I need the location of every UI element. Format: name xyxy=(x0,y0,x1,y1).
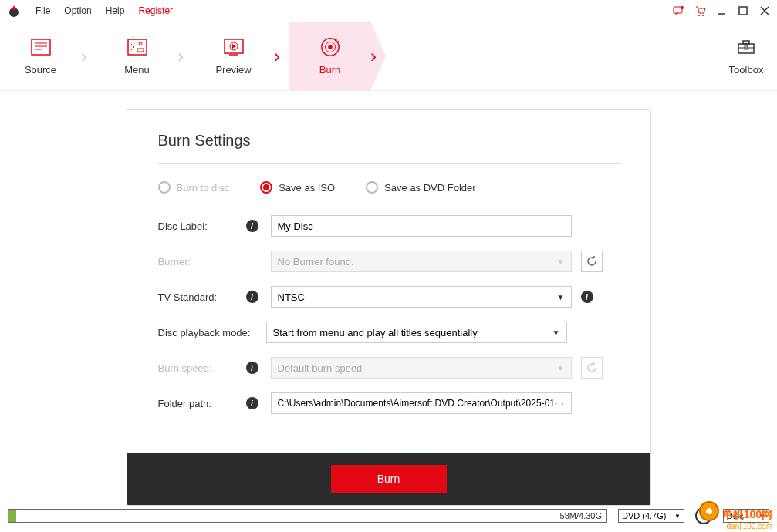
close-icon[interactable] xyxy=(758,5,771,17)
progress-fill xyxy=(8,510,16,522)
label-disc-playback: Disc playback mode: xyxy=(158,327,262,338)
info-icon[interactable]: i xyxy=(581,291,593,303)
label-burn-speed: Burn speed: xyxy=(158,362,242,374)
panel-title: Burn Settings xyxy=(158,132,620,164)
more-icon[interactable]: ··· xyxy=(554,398,564,409)
toolbox-button[interactable]: Toolbox xyxy=(715,22,777,91)
toolbox-icon xyxy=(735,36,757,58)
chevron-down-icon: ▼ xyxy=(674,513,681,520)
menu-register[interactable]: Register xyxy=(138,5,173,16)
burn-settings-panel: Burn Settings Burn to disc Save as ISO S… xyxy=(127,109,651,506)
svg-rect-9 xyxy=(32,39,50,55)
select-burner: No Burner found. ▼ xyxy=(271,251,572,272)
svg-rect-6 xyxy=(739,7,747,15)
menu-icon xyxy=(127,36,148,58)
chevron-down-icon: ▼ xyxy=(557,258,565,266)
maximize-icon[interactable] xyxy=(737,5,749,17)
info-icon[interactable]: i xyxy=(246,362,258,374)
label-tv-standard: TV Standard: xyxy=(158,291,242,303)
toolbox-label: Toolbox xyxy=(729,64,764,76)
info-icon[interactable]: i xyxy=(246,220,258,232)
step-tabs: Source › Menu › Preview › Burn › Toolbox xyxy=(0,22,777,91)
label-burner: Burner: xyxy=(158,256,242,268)
menu-option[interactable]: Option xyxy=(64,5,91,16)
label-folder-path: Folder path: xyxy=(158,398,242,409)
svg-rect-22 xyxy=(738,44,754,53)
step-preview[interactable]: Preview xyxy=(193,22,274,91)
cart-icon[interactable] xyxy=(694,5,706,17)
minimize-icon[interactable] xyxy=(715,5,728,17)
radio-burn-to-disc: Burn to disc xyxy=(158,181,230,194)
menu-file[interactable]: File xyxy=(35,5,50,16)
burn-icon xyxy=(319,36,341,58)
step-label: Burn xyxy=(319,64,340,76)
progress-text: 58M/4.30G xyxy=(560,510,602,522)
svg-point-21 xyxy=(328,45,333,49)
svg-point-4 xyxy=(702,15,704,16)
select-disc-playback[interactable]: Start from menu and play all titles sequ… xyxy=(266,322,567,343)
svg-point-3 xyxy=(698,15,700,16)
watermark: 单机100网 danji100.com xyxy=(722,508,772,530)
source-icon xyxy=(30,36,52,58)
select-tv-standard[interactable]: NTSC ▼ xyxy=(271,286,572,308)
svg-point-14 xyxy=(139,42,142,45)
dvd-type-select[interactable]: DVD (4.7G) ▼ xyxy=(618,509,684,523)
preview-icon xyxy=(223,36,245,58)
burn-button[interactable]: Burn xyxy=(331,465,447,493)
label-disc-label: Disc Label: xyxy=(158,221,242,232)
watermark-disc-icon xyxy=(699,501,719,521)
app-logo-icon xyxy=(6,3,22,19)
step-burn[interactable]: Burn xyxy=(289,22,370,91)
chevron-down-icon: ▼ xyxy=(557,293,565,301)
chevron-down-icon: ▼ xyxy=(557,364,565,372)
menubar: File Option Help Register xyxy=(0,0,777,22)
step-label: Preview xyxy=(215,64,251,76)
radio-save-as-dvd-folder[interactable]: Save as DVD Folder xyxy=(366,181,476,194)
refresh-burner-button[interactable] xyxy=(581,251,603,272)
info-icon[interactable]: i xyxy=(246,291,258,303)
svg-rect-23 xyxy=(743,41,749,44)
step-label: Menu xyxy=(124,64,150,76)
chat-icon[interactable] xyxy=(672,5,684,17)
select-burn-speed: Default burn speed ▼ xyxy=(271,357,572,379)
panel-footer: Burn xyxy=(127,453,650,505)
bottombar: 58M/4.30G DVD (4.7G) ▼ + Disc ▼ xyxy=(8,507,769,524)
folder-path-field[interactable]: C:\Users\admin\Documents\Aimersoft DVD C… xyxy=(271,392,572,414)
refresh-speed-button xyxy=(581,357,603,379)
step-label: Source xyxy=(25,64,56,76)
step-source[interactable]: Source xyxy=(0,22,81,91)
menu-help[interactable]: Help xyxy=(106,5,125,16)
svg-point-2 xyxy=(681,6,684,9)
chevron-down-icon: ▼ xyxy=(552,328,560,337)
step-menu[interactable]: Menu xyxy=(96,22,177,91)
input-disc-label[interactable] xyxy=(271,215,572,237)
radio-save-as-iso[interactable]: Save as ISO xyxy=(260,181,335,194)
content-area: Burn Settings Burn to disc Save as ISO S… xyxy=(0,91,777,506)
svg-rect-15 xyxy=(137,49,144,52)
svg-rect-13 xyxy=(128,39,147,55)
progress-bar: 58M/4.30G xyxy=(8,509,607,523)
info-icon[interactable]: i xyxy=(246,397,258,409)
